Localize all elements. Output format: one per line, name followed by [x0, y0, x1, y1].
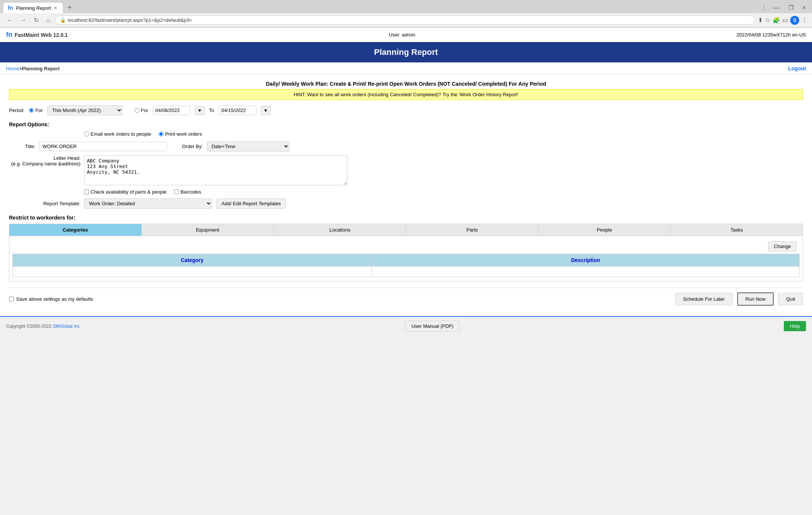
address-bar: ← → ↻ ⌂ 🔒 localhost:82/fastmaint/planrpt…: [0, 13, 812, 27]
restrict-title: Restrict to workorders for:: [9, 215, 803, 221]
letterhead-label-block: Letter Head: (e.g. Company name &address…: [9, 155, 84, 167]
email-radio[interactable]: [84, 132, 89, 136]
sidebar-icon[interactable]: ▭: [782, 17, 788, 24]
company-link[interactable]: SMGlobal Inc.: [53, 324, 81, 329]
date-from-input[interactable]: 04/08/2022: [153, 106, 190, 115]
app-user: User: admin: [389, 32, 415, 38]
empty-cell-1: [13, 267, 372, 277]
tab-logo: fn: [8, 5, 13, 11]
title-label: Title:: [9, 144, 39, 149]
tab-equipment[interactable]: Equipment: [142, 224, 274, 236]
order-by-label: Order By:: [182, 144, 203, 149]
order-by-select[interactable]: Date+Time Equipment Location Category Pr…: [207, 141, 289, 151]
radio-for-range-label[interactable]: For: [135, 108, 148, 113]
save-defaults-checkbox[interactable]: [9, 297, 14, 301]
date-to-input[interactable]: 04/15/2022: [219, 106, 256, 115]
barcodes-label[interactable]: Barcodes: [174, 189, 201, 195]
quit-btn[interactable]: Quit: [778, 293, 803, 305]
share-icon[interactable]: ⬆: [758, 17, 763, 24]
tab-bar: fn Planning Report × + ⋮ — ❐ ×: [0, 0, 812, 13]
back-button[interactable]: ←: [5, 16, 15, 24]
tab-close-btn[interactable]: ×: [54, 5, 57, 11]
footer: Copyright ©2005-2022 SMGlobal Inc. User …: [0, 316, 812, 335]
tab-locations[interactable]: Locations: [274, 224, 406, 236]
bookmark-icon[interactable]: ☆: [765, 17, 770, 24]
letterhead-label: Letter Head:: [9, 155, 80, 161]
checkboxes-row: Check availability of parts & people Bar…: [9, 189, 803, 195]
radio-for-preset-label[interactable]: For: [29, 108, 43, 113]
check-availability-label[interactable]: Check availability of parts & people: [84, 189, 167, 195]
tab-menu-btn[interactable]: ⋮: [761, 4, 767, 11]
tab-categories-label: Categories: [63, 227, 88, 233]
to-label: To: [209, 108, 214, 113]
period-row: Period: For This Month (Apr 2022) This W…: [9, 105, 803, 115]
app-name: FastMaint Web 12.0.1: [15, 32, 68, 38]
template-select[interactable]: Work Order: Detailed Work Order: Summary…: [84, 198, 212, 209]
maximize-btn[interactable]: ❐: [785, 3, 797, 12]
main-content: Daily/ Weekly Work Plan: Create & Print/…: [0, 75, 812, 316]
tab-tasks[interactable]: Tasks: [671, 224, 803, 236]
breadcrumb: Home>Planning Report: [6, 66, 60, 71]
col-category: Category: [13, 254, 372, 267]
minimize-btn[interactable]: —: [770, 4, 782, 12]
period-label: Period:: [9, 108, 24, 113]
tab-people[interactable]: People: [538, 224, 671, 236]
restrict-section: Restrict to workorders for: Categories E…: [9, 215, 803, 282]
browser-chrome: fn Planning Report × + ⋮ — ❐ × ← → ↻ ⌂ 🔒…: [0, 0, 812, 28]
check-availability-checkbox[interactable]: [84, 189, 89, 194]
radio-for-range[interactable]: [135, 108, 139, 113]
breadcrumb-home[interactable]: Home: [6, 66, 19, 71]
url-box[interactable]: 🔒 localhost:82/fastmaint/planrpt.aspx?p1…: [55, 15, 755, 25]
tab-tasks-label: Tasks: [730, 227, 743, 233]
barcodes-checkbox[interactable]: [174, 189, 179, 194]
footer-copyright: Copyright ©2005-2022 SMGlobal Inc.: [6, 324, 81, 329]
print-radio[interactable]: [159, 132, 164, 136]
table-container: Change Category Description: [9, 236, 803, 281]
print-radio-label[interactable]: Print work orders: [159, 131, 202, 137]
profile-avatar[interactable]: S: [790, 16, 799, 25]
browser-menu-icon[interactable]: ⋮: [801, 17, 807, 24]
user-manual-btn[interactable]: User Manual (PDF): [405, 321, 460, 332]
letterhead-textarea[interactable]: ABC Company 123 Any Street Anycity, NC 5…: [84, 155, 347, 185]
email-print-row: Email work orders to people Print work o…: [9, 131, 803, 137]
schedule-for-later-btn[interactable]: Schedule For Later: [675, 293, 733, 305]
tab-people-label: People: [597, 227, 612, 233]
add-edit-templates-btn[interactable]: Add/ Edit Report Templates: [217, 198, 286, 209]
table-row-empty: [13, 267, 800, 277]
forward-button[interactable]: →: [18, 16, 29, 24]
change-btn[interactable]: Change: [768, 241, 797, 251]
breadcrumb-bar: Home>Planning Report Logout: [0, 62, 812, 75]
run-now-btn[interactable]: Run Now: [737, 292, 774, 306]
date-to-picker-btn[interactable]: ▼: [261, 106, 271, 115]
tabs-header: Categories Equipment Locations Parts Peo…: [9, 224, 803, 236]
email-radio-label[interactable]: Email work orders to people: [84, 131, 151, 137]
radio-for-preset[interactable]: [29, 108, 34, 113]
email-radio-text: Email work orders to people: [91, 131, 151, 137]
extensions-icon[interactable]: 🧩: [773, 17, 780, 24]
page-title: Planning Report: [374, 47, 438, 57]
change-btn-row: Change: [12, 239, 800, 254]
report-options-section: Report Options: Email work orders to peo…: [9, 121, 803, 209]
categories-table: Category Description: [12, 254, 800, 277]
active-tab[interactable]: fn Planning Report ×: [3, 2, 63, 13]
refresh-button[interactable]: ↻: [32, 16, 41, 24]
app-info: 2022/04/08 1235wX712h en-US: [736, 32, 806, 38]
empty-cell-2: [372, 267, 800, 277]
logout-link[interactable]: Logout: [788, 65, 806, 71]
tab-categories[interactable]: Categories: [9, 224, 142, 236]
bottom-actions: Save above settings as my defaults Sched…: [9, 288, 803, 310]
template-label: Report Template:: [9, 201, 84, 206]
home-button[interactable]: ⌂: [44, 16, 52, 24]
new-tab-button[interactable]: +: [65, 2, 75, 13]
window-close-btn[interactable]: ×: [800, 4, 809, 12]
period-preset-select[interactable]: This Month (Apr 2022) This Week Today Ne…: [47, 105, 123, 115]
date-from-picker-btn[interactable]: ▼: [195, 106, 205, 115]
print-radio-text: Print work orders: [165, 131, 202, 137]
title-input[interactable]: [39, 142, 167, 151]
tab-parts[interactable]: Parts: [406, 224, 538, 236]
radio-for-range-text: For: [141, 108, 148, 113]
logo-icon: fn: [6, 31, 12, 39]
breadcrumb-current: Planning Report: [22, 66, 59, 71]
help-btn[interactable]: Help: [784, 321, 806, 331]
footer-center: User Manual (PDF): [405, 321, 460, 332]
